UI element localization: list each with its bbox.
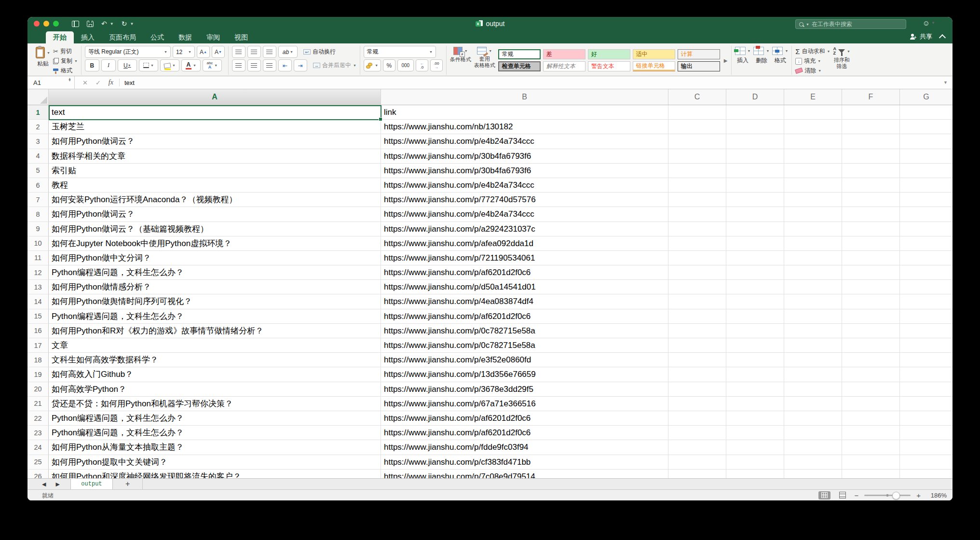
- style-check-cell[interactable]: 检查单元格: [498, 61, 541, 71]
- cell-text[interactable]: 索引贴: [49, 164, 381, 178]
- font-name-select[interactable]: 等线 Regular (正文)▼: [85, 46, 171, 58]
- cell-empty[interactable]: [668, 193, 726, 207]
- cell-empty[interactable]: [842, 236, 900, 251]
- style-normal[interactable]: 常规: [498, 49, 541, 59]
- cell-empty[interactable]: [726, 265, 784, 280]
- formula-input[interactable]: text: [124, 79, 943, 86]
- cell-text[interactable]: 教程: [49, 178, 381, 193]
- cell-link[interactable]: https://www.jianshu.com/p/af6201d2f0c6: [381, 411, 668, 426]
- cell-empty[interactable]: [900, 236, 953, 251]
- row-header[interactable]: 3: [27, 134, 49, 149]
- currency-format-button[interactable]: ▼: [364, 59, 381, 71]
- cell-link[interactable]: https://www.jianshu.com/p/4ea083874df4: [381, 294, 668, 309]
- gallery-more-icon[interactable]: ▶: [724, 58, 728, 63]
- row-header[interactable]: 25: [27, 455, 49, 470]
- cell-text[interactable]: 如何用Python从海量文本抽取主题？: [49, 440, 381, 455]
- cell-empty[interactable]: [900, 134, 953, 149]
- cell-empty[interactable]: [784, 382, 842, 397]
- cell-empty[interactable]: [784, 294, 842, 309]
- cell-empty[interactable]: [668, 134, 726, 149]
- tab-review[interactable]: 审阅: [199, 31, 227, 43]
- cell-empty[interactable]: [900, 280, 953, 294]
- cell-empty[interactable]: [784, 193, 842, 207]
- cell-empty[interactable]: [726, 280, 784, 294]
- cell-empty[interactable]: [784, 280, 842, 294]
- column-header-c[interactable]: C: [668, 89, 726, 105]
- row-header[interactable]: 26: [27, 470, 49, 478]
- cell-empty[interactable]: [784, 251, 842, 265]
- cell-empty[interactable]: [900, 367, 953, 382]
- cell-text[interactable]: 数据科学相关的文章: [49, 149, 381, 164]
- cell-text[interactable]: 如何高效入门Github？: [49, 367, 381, 382]
- name-box-stepper[interactable]: ▲▼: [68, 78, 71, 82]
- cell-empty[interactable]: [726, 440, 784, 455]
- cell-link[interactable]: https://www.jianshu.com/p/af6201d2f0c6: [381, 426, 668, 440]
- cell-text[interactable]: 如何用Python做情感分析？: [49, 280, 381, 294]
- row-header[interactable]: 24: [27, 440, 49, 455]
- cell-empty[interactable]: [784, 455, 842, 470]
- add-sheet-button[interactable]: +: [113, 479, 142, 489]
- decrease-indent-button[interactable]: ⇤: [278, 59, 292, 71]
- cell-empty[interactable]: [726, 134, 784, 149]
- cell-empty[interactable]: [668, 338, 726, 353]
- column-header-f[interactable]: F: [842, 89, 900, 105]
- format-cells-button[interactable]: ▼ 格式: [772, 46, 788, 75]
- zoom-slider[interactable]: [864, 495, 911, 496]
- cell-empty[interactable]: [668, 309, 726, 324]
- formula-bar-expand-icon[interactable]: ▼: [943, 80, 948, 85]
- cell-empty[interactable]: [668, 397, 726, 411]
- cell-empty[interactable]: [842, 251, 900, 265]
- cell-empty[interactable]: [726, 411, 784, 426]
- align-top-button[interactable]: [232, 46, 245, 58]
- cell-link[interactable]: https://www.jianshu.com/p/3678e3dd29f5: [381, 382, 668, 397]
- format-painter-button[interactable]: 格式: [53, 67, 78, 75]
- cell-empty[interactable]: [900, 470, 953, 478]
- comma-format-button[interactable]: 000: [397, 59, 414, 71]
- cell-link[interactable]: https://www.jianshu.com/p/30b4fa6793f6: [381, 149, 668, 164]
- cell-empty[interactable]: [668, 382, 726, 397]
- cell-empty[interactable]: [726, 309, 784, 324]
- cell-empty[interactable]: [900, 178, 953, 193]
- cell-empty[interactable]: [784, 164, 842, 178]
- row-header[interactable]: 17: [27, 338, 49, 353]
- cell-link[interactable]: link: [381, 105, 668, 120]
- format-as-table-button[interactable]: ▼ 套用表格格式: [474, 46, 495, 75]
- cell-empty[interactable]: [726, 120, 784, 134]
- cell-empty[interactable]: [726, 353, 784, 367]
- cell-empty[interactable]: [842, 426, 900, 440]
- cell-text[interactable]: 如何用Python做舆情时间序列可视化？: [49, 294, 381, 309]
- style-warning-text[interactable]: 警告文本: [588, 61, 630, 71]
- row-header[interactable]: 9: [27, 222, 49, 236]
- cell-link[interactable]: https://www.jianshu.com/p/d50a14541d01: [381, 280, 668, 294]
- align-left-button[interactable]: [232, 59, 245, 71]
- cell-empty[interactable]: [668, 251, 726, 265]
- page-layout-view-button[interactable]: [836, 491, 848, 499]
- delete-cells-button[interactable]: ▼ 删除: [753, 46, 769, 75]
- cell-empty[interactable]: [668, 426, 726, 440]
- cell-empty[interactable]: [668, 164, 726, 178]
- cell-link[interactable]: https://www.jianshu.com/p/a2924231037c: [381, 222, 668, 236]
- tab-formulas[interactable]: 公式: [143, 31, 171, 43]
- align-middle-button[interactable]: [247, 46, 261, 58]
- confirm-entry-icon[interactable]: ✓: [95, 79, 101, 86]
- cell-empty[interactable]: [784, 105, 842, 120]
- cell-empty[interactable]: [784, 265, 842, 280]
- cell-link[interactable]: https://www.jianshu.com/p/e4b24a734ccc: [381, 134, 668, 149]
- increase-decimal-button[interactable]: ←.0: [416, 59, 428, 71]
- cell-empty[interactable]: [784, 426, 842, 440]
- cell-empty[interactable]: [668, 470, 726, 478]
- align-bottom-button[interactable]: [263, 46, 276, 58]
- merge-center-button[interactable]: ↔合并后居中▼: [313, 61, 356, 69]
- row-header[interactable]: 8: [27, 207, 49, 222]
- cancel-entry-icon[interactable]: ✕: [82, 79, 88, 86]
- cell-text[interactable]: 文章: [49, 338, 381, 353]
- cell-empty[interactable]: [900, 353, 953, 367]
- cell-empty[interactable]: [900, 105, 953, 120]
- cell-empty[interactable]: [842, 178, 900, 193]
- cell-empty[interactable]: [842, 470, 900, 478]
- cell-empty[interactable]: [842, 280, 900, 294]
- cell-empty[interactable]: [726, 294, 784, 309]
- row-header[interactable]: 7: [27, 193, 49, 207]
- cell-text[interactable]: 如何用Python做词云？（基础篇视频教程）: [49, 222, 381, 236]
- copy-dropdown-icon[interactable]: ▼: [74, 59, 78, 63]
